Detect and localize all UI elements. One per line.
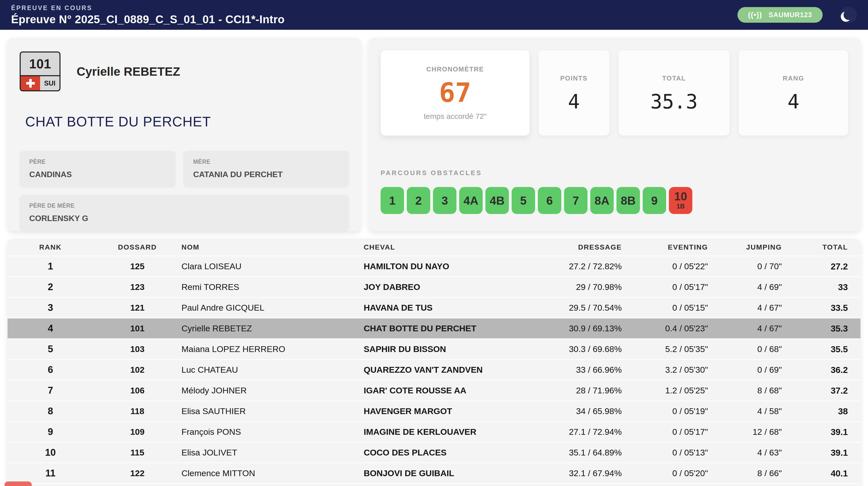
pedigree-label: PÈRE [29,159,166,165]
cell-jumping: 4 / 63" [708,448,782,457]
obstacle-chip[interactable]: 7 [564,187,588,214]
stream-badge-label: SAUMUR123 [769,11,812,19]
chronometer-card: CHRONOMÈTRE 67 temps accordé 72" [380,50,530,136]
stream-status-badge[interactable]: ((•)) SAUMUR123 [738,7,823,23]
cell-dressage: 33 / 66.96% [537,365,622,375]
obstacle-number: 9 [651,195,658,206]
cell-cheval: BONJOVI DE GUIBAIL [364,468,537,478]
obstacle-chip[interactable]: 5 [512,187,535,214]
cell-jumping: 4 / 67" [708,303,782,313]
chronometer-label: CHRONOMÈTRE [427,65,484,73]
cell-dossard: 125 [93,261,182,271]
obstacle-chip[interactable]: 2 [407,187,430,214]
cell-nom: Cyrielle REBETEZ [182,323,364,333]
results-table: RANK DOSSARD NOM CHEVAL DRESSAGE EVENTIN… [7,239,861,486]
pedigree-section: PÈRE CANDINAS MÈRE CATANIA DU PERCHET PÈ… [20,151,349,231]
cell-jumping: 0 / 69" [708,365,782,375]
live-status-label: ÉPREUVE EN COURS [11,4,284,11]
cell-total: 39.1 [782,448,848,458]
cell-rank: 3 [7,302,93,313]
cell-dossard: 115 [93,448,182,457]
cell-jumping: 8 / 68" [708,385,782,395]
cell-dressage: 29 / 70.98% [537,282,622,292]
event-title: Épreuve N° 2025_CI_0889_C_S_01_01 - CCI1… [11,13,284,26]
cell-cheval: SAPHIR DU BISSON [364,344,537,354]
col-header-dressage: DRESSAGE [537,243,622,251]
table-row[interactable]: 3 121 Paul Andre GICQUEL HAVANA DE TUS 2… [7,297,861,318]
obstacle-chip[interactable]: 8A [590,187,614,214]
cell-total: 40.1 [782,468,848,479]
pedigree-label: MÈRE [193,159,339,165]
broadcast-icon: ((•)) [748,10,762,19]
cell-eventing: 5.2 / 05'35" [622,344,708,354]
table-row[interactable]: 2 123 Remi TORRES JOY DABREO 29 / 70.98%… [7,276,861,297]
points-label: POINTS [560,75,588,82]
cell-eventing: 0 / 05'13" [622,448,708,457]
pedigree-value: CANDINAS [29,170,166,179]
cell-eventing: 0 / 05'15" [622,303,708,313]
cell-jumping: 4 / 69" [708,282,782,292]
cell-rank: 4 [7,323,93,334]
cell-nom: Mélody JOHNER [182,385,364,395]
obstacle-number: 7 [572,195,579,206]
points-card: POINTS 4 [538,50,610,136]
cell-nom: Paul Andre GICQUEL [182,303,364,313]
table-row[interactable]: 9 109 François PONS IMAGINE DE KERLOUAVE… [7,421,861,442]
cell-nom: Clemence MITTON [182,468,364,478]
obstacle-sub-label: 1B [677,202,685,211]
cell-nom: Luc CHATEAU [182,365,364,375]
obstacle-chip[interactable]: 8B [617,187,640,214]
cell-dossard: 101 [93,323,182,333]
obstacle-chip[interactable]: 3 [433,187,457,214]
switzerland-flag-icon [21,76,40,90]
cell-dossard: 123 [93,282,182,292]
table-header-row: RANK DOSSARD NOM CHEVAL DRESSAGE EVENTIN… [7,239,861,256]
cell-nom: François PONS [182,427,364,437]
cell-cheval: HAVANA DE TUS [364,303,537,313]
total-label: TOTAL [662,75,686,82]
cell-rank: 8 [7,406,93,417]
cell-cheval: IMAGINE DE KERLOUAVER [364,427,537,437]
table-row[interactable]: 10 115 Elisa JOLIVET COCO DES PLACES 35.… [7,442,861,462]
table-row[interactable]: 11 122 Clemence MITTON BONJOVI DE GUIBAI… [7,462,861,483]
table-row[interactable]: 4 101 Cyrielle REBETEZ CHAT BOTTE DU PER… [7,318,861,338]
cell-rank: 2 [7,282,93,292]
obstacle-number: 2 [415,195,422,206]
obstacle-chip[interactable]: 9 [643,187,666,214]
cutoff-red-chip[interactable] [4,482,32,486]
table-row[interactable]: 7 106 Mélody JOHNER IGAR' COTE ROUSSE AA… [7,380,861,400]
cell-cheval: CHAT BOTTE DU PERCHET [364,323,537,333]
table-row[interactable]: 1 125 Clara LOISEAU HAMILTON DU NAYO 27.… [7,256,861,276]
table-row[interactable]: 6 102 Luc CHATEAU QUAREZZO VAN'T ZANDVEN… [7,359,861,380]
cell-eventing: 0 / 05'20" [622,468,708,478]
cell-total: 38 [782,406,848,417]
dark-mode-toggle[interactable] [840,6,857,23]
rank-value: 4 [787,92,800,112]
obstacle-chip[interactable]: 4A [459,187,483,214]
cell-eventing: 0 / 05'22" [622,261,708,271]
obstacle-chip[interactable]: 6 [538,187,561,214]
cell-total: 36.2 [782,365,848,375]
cell-total: 35.5 [782,344,848,354]
cell-nom: Elisa SAUTHIER [182,406,364,416]
obstacle-chip[interactable]: 10 1B [669,187,692,214]
pedigree-box: PÈRE DE MÈRE CORLENSKY G [20,195,349,231]
table-row[interactable]: 8 118 Elisa SAUTHIER HAVENGER MARGOT 34 … [7,400,861,421]
top-bar: ÉPREUVE EN COURS Épreuve N° 2025_CI_0889… [0,0,868,30]
col-header-nom: NOM [182,243,364,251]
cell-dossard: 118 [93,406,182,416]
cell-dressage: 35.1 / 64.89% [537,448,622,457]
obstacle-chip[interactable]: 1 [380,187,404,214]
cell-dossard: 102 [93,365,182,375]
cell-dossard: 109 [93,427,182,437]
cell-dressage: 32.1 / 67.94% [537,468,622,478]
cell-cheval: QUAREZZO VAN'T ZANDVEN [364,365,537,375]
cell-eventing: 0 / 05'17" [622,427,708,437]
obstacle-chip[interactable]: 4B [486,187,509,214]
cell-cheval: HAMILTON DU NAYO [364,261,537,271]
table-row[interactable]: 5 103 Maiana LOPEZ HERRERO SAPHIR DU BIS… [7,338,861,359]
obstacle-number: 4A [464,195,478,206]
total-value: 35.3 [650,92,698,112]
total-card: TOTAL 35.3 [618,50,730,136]
pedigree-value: CORLENSKY G [29,214,339,223]
